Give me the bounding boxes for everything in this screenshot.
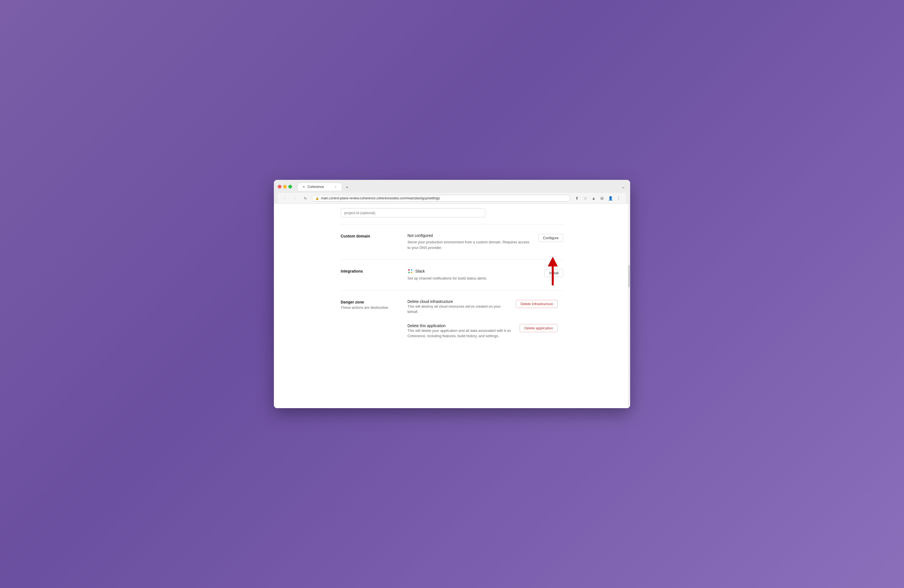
- project-id-section: [341, 204, 563, 224]
- delete-app-content: Delete this application This will delete…: [408, 324, 514, 339]
- browser-window: ✦ Coherence × + ⌄ ← → ↻ 🔒 main.control-p…: [274, 180, 630, 408]
- svg-rect-2: [408, 272, 410, 273]
- share-button[interactable]: ⬆: [573, 194, 581, 202]
- integrations-row: Integrations: [341, 259, 563, 290]
- delete-infra-desc: This will destroy all cloud resources we…: [408, 304, 510, 315]
- delete-application-button[interactable]: Delete application: [520, 324, 558, 332]
- scrollbar[interactable]: [628, 204, 630, 408]
- integrations-action: Install: [544, 269, 563, 277]
- new-tab-button[interactable]: +: [344, 184, 351, 191]
- back-button[interactable]: ←: [282, 194, 289, 202]
- lock-icon: 🔒: [315, 196, 319, 200]
- slack-label: Slack: [415, 269, 425, 273]
- profile-button[interactable]: 👤: [607, 194, 614, 202]
- reload-button[interactable]: ↻: [302, 194, 309, 202]
- url-text: main.control-plane-review.coherence.cohe…: [321, 196, 440, 200]
- scrollbar-thumb[interactable]: [628, 265, 630, 287]
- address-bar: ← → ↻ 🔒 main.control-plane-review.cohere…: [278, 193, 626, 204]
- project-id-input[interactable]: [341, 208, 485, 217]
- custom-domain-label: Custom domain: [341, 233, 402, 238]
- integrations-label-col: Integrations: [341, 269, 402, 273]
- delete-infrastructure-button[interactable]: Delete infrastructure: [516, 300, 558, 308]
- delete-app-desc: This will delete your application and al…: [408, 328, 514, 339]
- custom-domain-content: Not configured Serve your production env…: [408, 233, 533, 250]
- svg-rect-1: [411, 269, 412, 270]
- integrations-title: Slack: [408, 269, 539, 274]
- svg-rect-0: [408, 269, 410, 270]
- delete-infra-content: Delete cloud infrastructure This will de…: [408, 299, 510, 315]
- danger-zone-label: Danger zone: [341, 299, 402, 304]
- menu-button[interactable]: ⋮: [615, 194, 622, 202]
- danger-zone-label-col: Danger zone These actions are destructiv…: [341, 299, 402, 310]
- integrations-label: Integrations: [341, 269, 402, 273]
- title-bar: ✦ Coherence × + ⌄ ← → ↻ 🔒 main.control-p…: [274, 180, 630, 204]
- maximize-button[interactable]: [288, 185, 292, 188]
- install-button[interactable]: Install: [544, 269, 563, 277]
- svg-rect-3: [411, 272, 412, 273]
- settings-content: Custom domain Not configured Serve your …: [330, 204, 574, 364]
- delete-app-title: Delete this application: [408, 324, 514, 328]
- tab-bar: ✦ Coherence × +: [297, 183, 619, 191]
- bookmark-button[interactable]: ☆: [582, 194, 589, 202]
- configure-button[interactable]: Configure: [538, 234, 563, 242]
- delete-app-row: Delete this application This will delete…: [408, 324, 558, 339]
- custom-domain-row: Custom domain Not configured Serve your …: [341, 224, 563, 259]
- custom-domain-action: Configure: [538, 233, 563, 242]
- toolbar-actions: ⬆ ☆ ▲ ⊞ 👤 ⋮: [573, 194, 622, 202]
- delete-app-action: Delete application: [520, 324, 558, 332]
- window-dropdown[interactable]: ⌄: [621, 184, 626, 189]
- page-content: Custom domain Not configured Serve your …: [274, 204, 630, 408]
- tab-favicon-icon: ✦: [302, 185, 306, 189]
- custom-domain-desc: Serve your production environment from a…: [408, 239, 533, 250]
- danger-zone-content: Delete cloud infrastructure This will de…: [408, 299, 558, 339]
- active-tab[interactable]: ✦ Coherence ×: [297, 183, 342, 191]
- url-bar[interactable]: 🔒 main.control-plane-review.coherence.co…: [312, 195, 571, 202]
- delete-infra-action: Delete infrastructure: [516, 299, 558, 308]
- minimize-button[interactable]: [283, 185, 287, 188]
- tab-title: Coherence: [308, 185, 324, 189]
- extension-button[interactable]: ▲: [590, 194, 597, 202]
- slack-icon: [408, 269, 413, 274]
- forward-button[interactable]: →: [292, 194, 299, 202]
- close-button[interactable]: [278, 185, 281, 188]
- danger-zone-row: Danger zone These actions are destructiv…: [341, 290, 563, 348]
- custom-domain-title: Not configured: [408, 233, 533, 238]
- delete-infra-title: Delete cloud infrastructure: [408, 299, 510, 304]
- split-view-button[interactable]: ⊞: [598, 194, 605, 202]
- custom-domain-label-col: Custom domain: [341, 233, 402, 238]
- delete-infra-row: Delete cloud infrastructure This will de…: [408, 299, 558, 315]
- traffic-lights: [278, 185, 292, 188]
- integrations-content: Slack Set up channel notifications for b…: [408, 269, 539, 281]
- tab-close-button[interactable]: ×: [333, 185, 338, 189]
- danger-zone-sublabel: These actions are destructive.: [341, 305, 402, 310]
- integrations-desc: Set up channel notifications for build s…: [408, 276, 539, 281]
